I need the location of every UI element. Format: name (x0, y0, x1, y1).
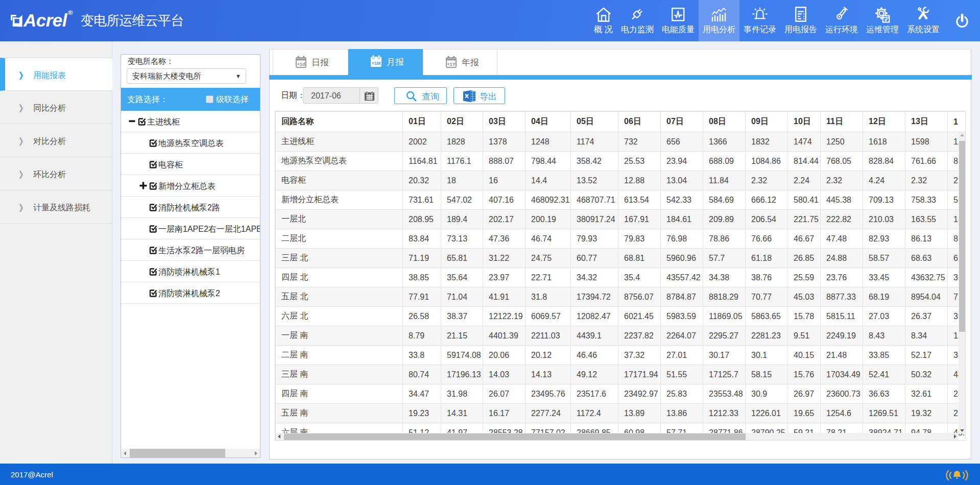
svg-text:+1M: +1M (372, 61, 381, 66)
svg-text:+1d: +1d (297, 61, 305, 67)
svg-text:+1Y: +1Y (447, 61, 456, 67)
